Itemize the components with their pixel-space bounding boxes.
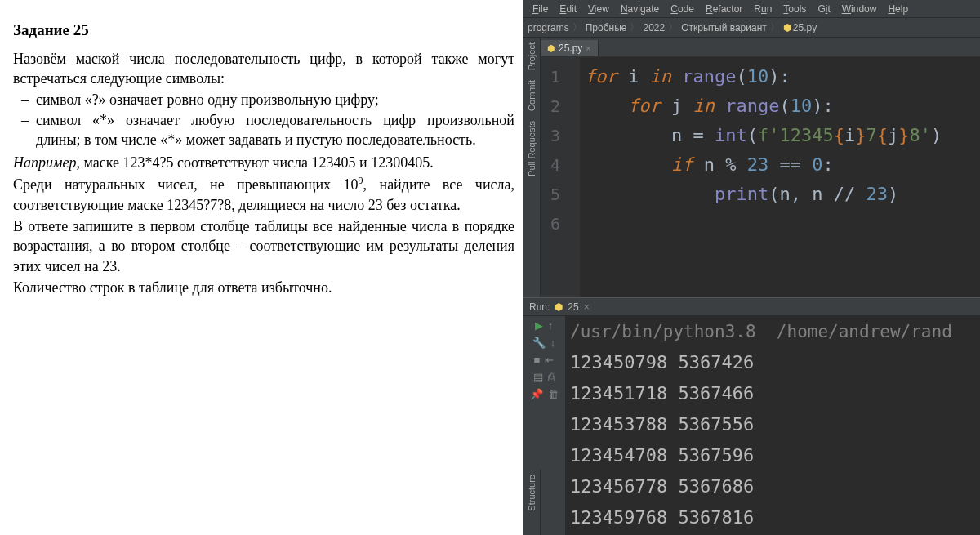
crumb-2022[interactable]: 2022 (643, 22, 665, 33)
ide-window: File Edit View Navigate Code Refactor Ru… (523, 0, 980, 535)
close-icon[interactable]: × (586, 43, 590, 53)
crumb-variant[interactable]: Открытый вариант (681, 22, 767, 33)
trash-icon[interactable]: 🗑 (548, 388, 559, 400)
fold-gutter (565, 57, 580, 297)
bullet-question: – символ «?» означает ровно одну произво… (13, 90, 514, 109)
answer-instruction: В ответе запишите в первом столбце табли… (13, 216, 514, 276)
menu-refactor[interactable]: Refactor (701, 2, 747, 16)
python-file-icon: ⬢ (783, 22, 791, 33)
symbol-list: – символ «?» означает ровно одну произво… (13, 90, 514, 149)
code-text[interactable]: for i in range(10): for j in range(10): … (580, 57, 980, 297)
run-tool-window: Run: ⬢ 25 × ▶↑ 🔧↓ ■⇤ ▤⎙ 📌🗑 /usr/bin/pyth… (523, 297, 980, 535)
run-header: Run: ⬢ 25 × (523, 298, 980, 316)
commit-tool[interactable]: Commit (525, 75, 538, 116)
tab-25py[interactable]: ⬢ 25.py × (541, 40, 599, 56)
tool-side-strip: Project Commit Pull Requests (523, 38, 541, 297)
down-arrow-icon[interactable]: ↓ (550, 337, 556, 349)
pin-icon[interactable]: 📌 (530, 388, 543, 400)
rows-note: Количество строк в таблице для ответа из… (13, 278, 514, 297)
crumb-probing[interactable]: Пробные (586, 22, 627, 33)
crumb-file[interactable]: 25.py (793, 22, 817, 33)
menu-git[interactable]: Git (813, 2, 835, 16)
menu-edit[interactable]: Edit (555, 2, 581, 16)
structure-tool[interactable]: Structure (525, 470, 538, 516)
run-config-name[interactable]: 25 (568, 301, 578, 313)
menu-help[interactable]: Help (883, 2, 913, 16)
menu-view[interactable]: View (583, 2, 614, 16)
close-icon[interactable]: × (584, 301, 590, 313)
breadcrumb-bar: programs 〉 Пробные 〉 2022 〉 Открытый вар… (523, 18, 980, 38)
console-output[interactable]: /usr/bin/python3.8 /home/andrew/rand 123… (565, 316, 980, 535)
example-line: Например, маске 123*4?5 соответствуют чи… (13, 153, 514, 172)
python-file-icon: ⬢ (547, 43, 555, 54)
menu-tools[interactable]: Tools (778, 2, 811, 16)
menu-file[interactable]: File (528, 2, 553, 16)
run-icon[interactable]: ▶ (535, 319, 543, 332)
menu-run[interactable]: Run (749, 2, 777, 16)
layout-icon[interactable]: ▤ (533, 371, 543, 383)
task-document: Задание 25 Назовём маской числа последов… (0, 0, 523, 535)
main-menu[interactable]: File Edit View Navigate Code Refactor Ru… (523, 0, 980, 18)
editor: ⬢ 25.py × 1 2 3 4 5 6 for i in range(10)… (541, 38, 980, 297)
task-statement: Среди натуральных чисел, не превышающих … (13, 174, 514, 215)
pull-requests-tool[interactable]: Pull Requests (525, 116, 538, 181)
python-run-icon: ⬢ (555, 301, 563, 313)
code-area[interactable]: 1 2 3 4 5 6 for i in range(10): for j in… (541, 57, 980, 297)
tab-label: 25.py (559, 42, 582, 54)
print-icon[interactable]: ⎙ (548, 371, 555, 383)
task-title: Задание 25 (13, 20, 514, 41)
stop-icon[interactable]: ■ (534, 354, 541, 366)
bullet-asterisk: – символ «*» означает любую последовател… (13, 110, 514, 150)
menu-code[interactable]: Code (666, 2, 699, 16)
editor-tabs: ⬢ 25.py × (541, 38, 980, 57)
wrap-icon[interactable]: ⇤ (545, 354, 554, 366)
task-intro: Назовём маской числа последовательность … (13, 49, 514, 89)
menu-navigate[interactable]: Navigate (616, 2, 664, 16)
up-arrow-icon[interactable]: ↑ (548, 319, 554, 332)
project-tool[interactable]: Project (525, 38, 538, 75)
run-title: Run: (529, 301, 550, 313)
menu-window[interactable]: Window (837, 2, 882, 16)
crumb-programs[interactable]: programs (528, 22, 569, 33)
wrench-icon[interactable]: 🔧 (532, 337, 546, 349)
gutter-line-numbers: 1 2 3 4 5 6 (541, 57, 565, 297)
